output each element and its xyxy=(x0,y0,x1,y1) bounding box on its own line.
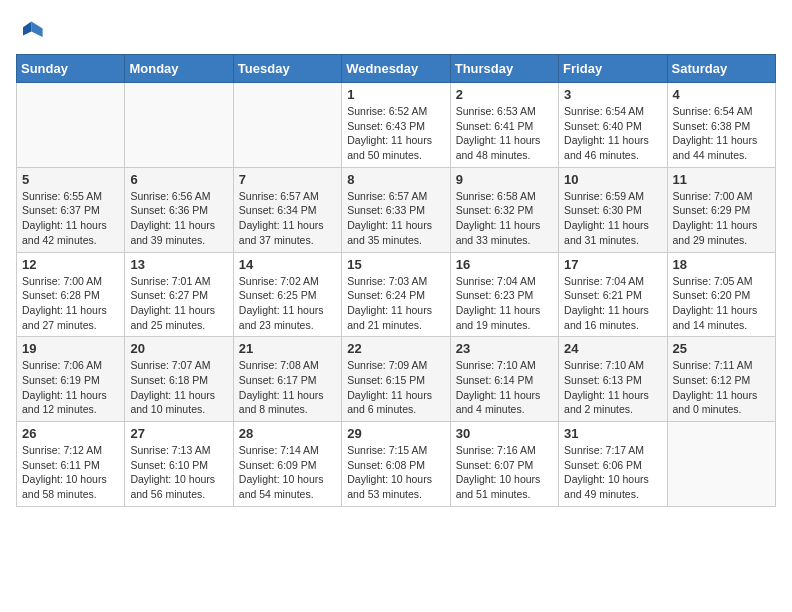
day-info-line: Sunset: 6:12 PM xyxy=(673,373,770,388)
day-info-line: Sunrise: 6:58 AM xyxy=(456,189,553,204)
day-info-line: Sunrise: 7:12 AM xyxy=(22,443,119,458)
day-info-line: Sunrise: 7:17 AM xyxy=(564,443,661,458)
day-info-line: Sunrise: 7:10 AM xyxy=(564,358,661,373)
day-info-line: Sunrise: 7:04 AM xyxy=(564,274,661,289)
day-info-line: Sunset: 6:19 PM xyxy=(22,373,119,388)
day-info-line: Sunrise: 7:15 AM xyxy=(347,443,444,458)
day-info-line: Daylight: 11 hours and 0 minutes. xyxy=(673,388,770,417)
calendar-cell: 15Sunrise: 7:03 AMSunset: 6:24 PMDayligh… xyxy=(342,252,450,337)
calendar-cell: 18Sunrise: 7:05 AMSunset: 6:20 PMDayligh… xyxy=(667,252,775,337)
calendar-week-row: 19Sunrise: 7:06 AMSunset: 6:19 PMDayligh… xyxy=(17,337,776,422)
calendar-week-row: 12Sunrise: 7:00 AMSunset: 6:28 PMDayligh… xyxy=(17,252,776,337)
day-info-line: Sunrise: 6:59 AM xyxy=(564,189,661,204)
day-info-line: Sunrise: 6:56 AM xyxy=(130,189,227,204)
day-info-line: Daylight: 11 hours and 33 minutes. xyxy=(456,218,553,247)
day-info-line: Sunset: 6:40 PM xyxy=(564,119,661,134)
day-info-line: Sunrise: 7:06 AM xyxy=(22,358,119,373)
day-number: 19 xyxy=(22,341,119,356)
day-info-line: Daylight: 11 hours and 46 minutes. xyxy=(564,133,661,162)
day-info-line: Sunrise: 7:09 AM xyxy=(347,358,444,373)
day-info-line: Daylight: 11 hours and 50 minutes. xyxy=(347,133,444,162)
day-info-line: Sunrise: 6:54 AM xyxy=(673,104,770,119)
day-number: 12 xyxy=(22,257,119,272)
day-info-line: Daylight: 10 hours and 56 minutes. xyxy=(130,472,227,501)
day-number: 6 xyxy=(130,172,227,187)
calendar-cell xyxy=(125,83,233,168)
day-number: 10 xyxy=(564,172,661,187)
day-of-week-header: Monday xyxy=(125,55,233,83)
calendar-cell: 29Sunrise: 7:15 AMSunset: 6:08 PMDayligh… xyxy=(342,422,450,507)
day-info-line: Sunset: 6:10 PM xyxy=(130,458,227,473)
day-info-line: Sunrise: 7:16 AM xyxy=(456,443,553,458)
day-info-line: Sunrise: 7:08 AM xyxy=(239,358,336,373)
calendar-cell: 8Sunrise: 6:57 AMSunset: 6:33 PMDaylight… xyxy=(342,167,450,252)
logo-icon xyxy=(16,16,44,44)
day-of-week-header: Tuesday xyxy=(233,55,341,83)
day-number: 4 xyxy=(673,87,770,102)
day-info-line: Sunset: 6:18 PM xyxy=(130,373,227,388)
day-info-line: Daylight: 11 hours and 2 minutes. xyxy=(564,388,661,417)
day-info-line: Daylight: 11 hours and 37 minutes. xyxy=(239,218,336,247)
day-info-line: Sunrise: 7:00 AM xyxy=(673,189,770,204)
day-info-line: Sunset: 6:23 PM xyxy=(456,288,553,303)
calendar-cell: 22Sunrise: 7:09 AMSunset: 6:15 PMDayligh… xyxy=(342,337,450,422)
calendar-cell: 3Sunrise: 6:54 AMSunset: 6:40 PMDaylight… xyxy=(559,83,667,168)
day-info-line: Sunrise: 7:07 AM xyxy=(130,358,227,373)
day-info-line: Sunset: 6:09 PM xyxy=(239,458,336,473)
day-info-line: Daylight: 10 hours and 53 minutes. xyxy=(347,472,444,501)
day-number: 25 xyxy=(673,341,770,356)
day-number: 9 xyxy=(456,172,553,187)
day-info-line: Sunrise: 7:14 AM xyxy=(239,443,336,458)
day-info-line: Daylight: 11 hours and 44 minutes. xyxy=(673,133,770,162)
day-info-line: Sunrise: 7:02 AM xyxy=(239,274,336,289)
svg-marker-1 xyxy=(23,22,31,36)
calendar-cell: 28Sunrise: 7:14 AMSunset: 6:09 PMDayligh… xyxy=(233,422,341,507)
day-info-line: Sunrise: 7:10 AM xyxy=(456,358,553,373)
calendar-cell: 21Sunrise: 7:08 AMSunset: 6:17 PMDayligh… xyxy=(233,337,341,422)
header xyxy=(16,16,776,44)
day-number: 20 xyxy=(130,341,227,356)
day-number: 5 xyxy=(22,172,119,187)
day-info-line: Sunrise: 7:13 AM xyxy=(130,443,227,458)
day-info-line: Daylight: 11 hours and 12 minutes. xyxy=(22,388,119,417)
day-info-line: Sunrise: 6:57 AM xyxy=(239,189,336,204)
day-number: 21 xyxy=(239,341,336,356)
day-info-line: Daylight: 11 hours and 14 minutes. xyxy=(673,303,770,332)
day-number: 1 xyxy=(347,87,444,102)
day-number: 24 xyxy=(564,341,661,356)
calendar-cell: 13Sunrise: 7:01 AMSunset: 6:27 PMDayligh… xyxy=(125,252,233,337)
day-number: 11 xyxy=(673,172,770,187)
day-info-line: Sunset: 6:37 PM xyxy=(22,203,119,218)
day-of-week-header: Wednesday xyxy=(342,55,450,83)
day-info-line: Sunset: 6:43 PM xyxy=(347,119,444,134)
calendar-cell: 20Sunrise: 7:07 AMSunset: 6:18 PMDayligh… xyxy=(125,337,233,422)
day-info-line: Daylight: 11 hours and 29 minutes. xyxy=(673,218,770,247)
day-info-line: Sunset: 6:14 PM xyxy=(456,373,553,388)
day-info-line: Daylight: 11 hours and 10 minutes. xyxy=(130,388,227,417)
day-info-line: Daylight: 10 hours and 51 minutes. xyxy=(456,472,553,501)
day-number: 2 xyxy=(456,87,553,102)
day-number: 16 xyxy=(456,257,553,272)
day-of-week-header: Saturday xyxy=(667,55,775,83)
calendar-cell: 6Sunrise: 6:56 AMSunset: 6:36 PMDaylight… xyxy=(125,167,233,252)
day-info-line: Sunrise: 7:03 AM xyxy=(347,274,444,289)
day-info-line: Daylight: 11 hours and 39 minutes. xyxy=(130,218,227,247)
day-info-line: Sunset: 6:38 PM xyxy=(673,119,770,134)
day-number: 31 xyxy=(564,426,661,441)
day-info-line: Sunset: 6:34 PM xyxy=(239,203,336,218)
day-info-line: Daylight: 11 hours and 23 minutes. xyxy=(239,303,336,332)
calendar-cell: 5Sunrise: 6:55 AMSunset: 6:37 PMDaylight… xyxy=(17,167,125,252)
day-info-line: Daylight: 11 hours and 16 minutes. xyxy=(564,303,661,332)
day-of-week-header: Sunday xyxy=(17,55,125,83)
day-info-line: Sunrise: 6:52 AM xyxy=(347,104,444,119)
day-info-line: Daylight: 11 hours and 48 minutes. xyxy=(456,133,553,162)
day-info-line: Sunrise: 7:05 AM xyxy=(673,274,770,289)
day-info-line: Daylight: 11 hours and 4 minutes. xyxy=(456,388,553,417)
day-info-line: Sunrise: 7:11 AM xyxy=(673,358,770,373)
day-info-line: Daylight: 11 hours and 35 minutes. xyxy=(347,218,444,247)
day-info-line: Daylight: 10 hours and 54 minutes. xyxy=(239,472,336,501)
calendar-cell: 31Sunrise: 7:17 AMSunset: 6:06 PMDayligh… xyxy=(559,422,667,507)
day-number: 26 xyxy=(22,426,119,441)
day-info-line: Sunset: 6:33 PM xyxy=(347,203,444,218)
day-info-line: Sunset: 6:13 PM xyxy=(564,373,661,388)
